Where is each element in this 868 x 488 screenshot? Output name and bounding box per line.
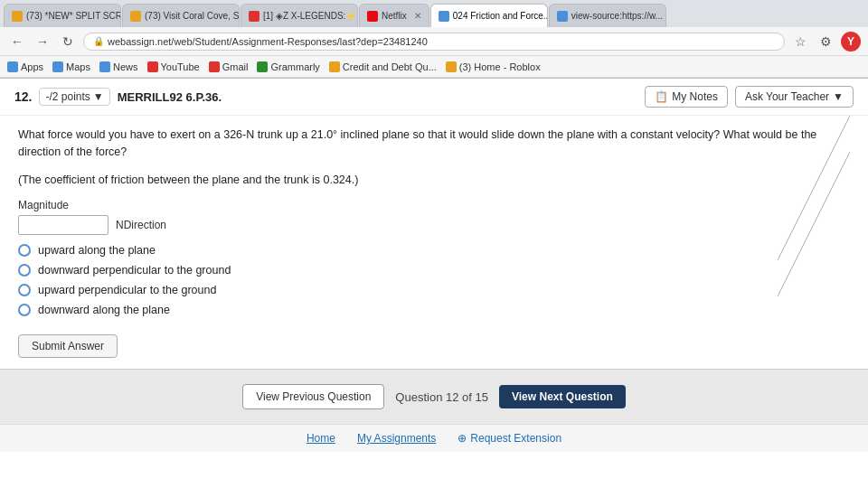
page-content: 12. -/2 points ▼ MERRILL92 6.P.36. 📋 My … [0,79,868,488]
radio-item-1[interactable]: upward along the plane [18,244,850,257]
tab-favicon-2 [130,11,141,22]
question-number-area: 12. -/2 points ▼ MERRILL92 6.P.36. [14,88,222,106]
nav-bar: ← → ↻ 🔒 webassign.net/web/Student/Assign… [0,27,868,56]
tab-favicon-5 [439,11,449,22]
question-body: What force would you have to exert on a … [0,116,868,369]
bm-credit[interactable]: Credit and Debt Qu... [329,61,437,72]
bm-favicon-roblox [446,61,457,72]
radio-label-2: downward perpendicular to the ground [38,264,231,277]
bookmark-star[interactable]: ☆ [790,32,810,52]
tab-favicon-1 [12,11,23,22]
my-notes-button[interactable]: 📋 My Notes [645,86,728,108]
tab-close-4[interactable]: ✕ [414,11,421,21]
reload-button[interactable]: ↻ [58,32,78,52]
radio-circle-1 [18,244,31,257]
next-question-button[interactable]: View Next Question [499,385,626,408]
bm-favicon-grammarly [257,61,268,72]
bm-favicon-credit [329,61,340,72]
question-header: 12. -/2 points ▼ MERRILL92 6.P.36. 📋 My … [0,79,868,116]
tab-view-source[interactable]: view-source:https://w... ✕ [549,4,666,27]
question-title: MERRILL92 6.P.36. [118,90,222,104]
request-extension-link[interactable]: ⊕ Request Extension [458,432,561,445]
forward-button[interactable]: → [33,32,52,52]
radio-item-2[interactable]: downward perpendicular to the ground [18,264,850,277]
bm-youtube[interactable]: YouTube [147,61,200,72]
notes-icon: 📋 [655,90,668,103]
bm-roblox[interactable]: (3) Home - Roblox [446,61,541,72]
direction-options: upward along the plane downward perpendi… [18,244,850,316]
bm-news[interactable]: News [99,61,138,72]
bookmark-bar: Apps Maps News YouTube Gmail Grammarly C… [0,56,868,78]
bm-maps[interactable]: Maps [52,61,90,72]
bm-favicon-maps [52,61,63,72]
tab-friction[interactable]: 024 Friction and Force... ✕ [430,4,548,27]
radio-item-3[interactable]: upward perpendicular to the ground [18,284,850,296]
my-assignments-link[interactable]: My Assignments [357,432,436,445]
chevron-down-icon: ▼ [93,90,104,103]
page-footer: Home My Assignments ⊕ Request Extension [0,424,868,452]
tab-favicon-6 [557,11,568,22]
home-link[interactable]: Home [307,432,335,445]
radio-circle-2 [18,264,31,277]
chevron-down-icon-teacher: ▼ [833,90,844,103]
radio-item-4[interactable]: downward along the plane [18,304,850,316]
bm-grammarly[interactable]: Grammarly [257,61,319,72]
radio-label-1: upward along the plane [38,244,156,257]
tab-split-scri[interactable]: (73) *NEW* SPLIT SCRI... ✕ [4,4,121,27]
bm-favicon-gmail [209,61,220,72]
tab-bar: (73) *NEW* SPLIT SCRI... ✕ (73) Visit Co… [0,0,868,27]
radio-label-4: downward along the plane [38,304,170,316]
direction-label: NDirection [116,219,166,231]
bm-favicon-news [99,61,110,72]
back-button[interactable]: ← [7,32,27,52]
tab-favicon-4 [367,11,378,22]
prev-question-button[interactable]: View Previous Question [242,384,384,409]
question-text-line1: What force would you have to exert on a … [18,127,850,161]
address-bar[interactable]: 🔒 webassign.net/web/Student/Assignment-R… [83,33,785,51]
submit-answer-button[interactable]: Submit Answer [18,334,118,358]
tab-xlegends[interactable]: [1] ◈Z X-LEGENDS:⚡ ✕ [241,4,358,27]
points-dropdown[interactable]: -/2 points ▼ [39,88,109,106]
radio-circle-3 [18,284,31,296]
radio-circle-4 [18,304,31,316]
header-buttons: 📋 My Notes Ask Your Teacher ▼ [645,86,854,108]
extensions-button[interactable]: ⚙ [816,32,835,52]
bm-favicon-apps [7,61,18,72]
question-nav-bar: View Previous Question Question 12 of 15… [0,369,868,424]
lock-icon: 🔒 [93,36,104,46]
profile-button[interactable]: Y [841,32,861,52]
plus-icon: ⊕ [458,432,467,445]
ask-teacher-button[interactable]: Ask Your Teacher ▼ [735,86,854,108]
browser-chrome: (73) *NEW* SPLIT SCRI... ✕ (73) Visit Co… [0,0,868,79]
radio-label-3: upward perpendicular to the ground [38,284,216,296]
tab-coral-cove[interactable]: (73) Visit Coral Cove, S... ✕ [122,4,240,27]
tab-favicon-3 [249,11,259,22]
tab-netflix[interactable]: Netflix ✕ [359,4,429,27]
question-text-line2: (The coefficient of friction between the… [18,172,850,189]
magnitude-label: Magnitude [18,199,850,211]
magnitude-row: NDirection [18,215,850,235]
bm-favicon-youtube [147,61,158,72]
question-counter: Question 12 of 15 [395,390,488,404]
bm-gmail[interactable]: Gmail [209,61,249,72]
magnitude-input[interactable] [18,215,108,235]
question-number: 12. [14,89,32,104]
bm-apps[interactable]: Apps [7,61,43,72]
